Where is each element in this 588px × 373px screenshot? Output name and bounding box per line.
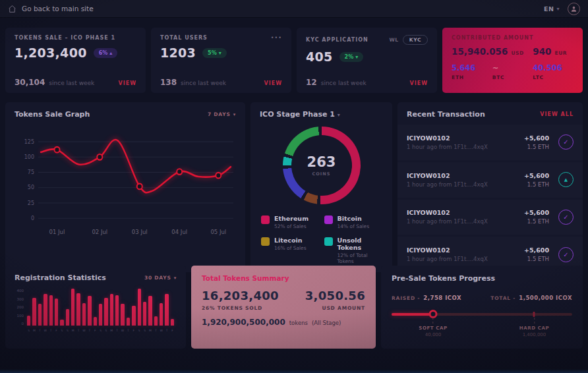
avatar[interactable]	[568, 3, 580, 15]
legend-name: Unsold Tokens	[338, 237, 382, 251]
card-contributed-amount: CONTRIBUTED AMOUNT 15,940.056 USD 940 EU…	[442, 28, 583, 93]
all-stage-tokens-value: 1,920,900,500,000	[202, 318, 285, 327]
coins-label: COINS	[312, 171, 331, 177]
footer-strip	[0, 369, 588, 373]
bar: T	[49, 289, 53, 326]
svg-text:05 Jul: 05 Jul	[210, 229, 226, 235]
range-dropdown[interactable]: 7 DAYS ▾	[208, 111, 236, 117]
range-dropdown[interactable]: 30 DAYS ▾	[144, 275, 177, 281]
back-label[interactable]: Go back to main site	[22, 5, 94, 13]
registration-statistics-panel: Registration Statistics 30 DAYS ▾ 400300…	[5, 266, 186, 349]
soft-cap-label: SOFT CAP	[419, 326, 447, 331]
transaction-row[interactable]: ICIYOW0102 1 hour ago from 1F1t....4xqX …	[397, 125, 583, 160]
stat-cards-row: TOKENS SALE – ICO PHASE 1 1,203,400 6% ▴…	[5, 28, 583, 93]
tx-eth: 1.5 ETH	[524, 181, 549, 188]
bar: W	[121, 289, 124, 326]
bar: F	[171, 289, 174, 326]
all-stage-tokens-unit: tokens	[289, 320, 308, 326]
view-button[interactable]: VIEW	[410, 80, 428, 86]
transaction-row[interactable]: ICIYOW0102 1 hour ago from 1F1t....4xqX …	[397, 200, 583, 235]
bar: T	[38, 289, 42, 326]
panel-title: Tokens Sale Graph	[15, 110, 90, 119]
eth-amount: 5.646 ETH	[452, 63, 492, 80]
tokens-sale-line-chart: 025507510012501 Jul02 Jul03 Jul04 Jul05 …	[15, 123, 236, 243]
charts-row: Tokens Sale Graph 7 DAYS ▾ 0255075100125…	[5, 102, 583, 258]
raised-label: RAISED -	[392, 295, 420, 301]
bar: W	[82, 289, 86, 326]
language-selector[interactable]: EN ▾	[544, 5, 560, 13]
card-title: CONTRIBUTED AMOUNT	[452, 35, 534, 41]
bar: W	[160, 289, 163, 326]
total-tokens-summary-panel: Total Tokens Summary 16,203,400 3,050.56…	[191, 266, 376, 349]
all-stage-tokens-note: (All Stage)	[312, 320, 341, 326]
legend-detail: 16% of Sales	[274, 245, 307, 251]
card-total-users: TOTAL USERS ••• 1203 5% ▾ 138 since last…	[151, 28, 291, 93]
tx-id: ICIYOW0102	[407, 172, 488, 179]
legend-unsold-tokens: Unsold Tokens 12% of Total Tokens	[324, 237, 382, 264]
bar: S	[66, 289, 69, 326]
tokens-sold-value: 16,203,400	[202, 289, 279, 302]
check-circle-icon: ✓	[558, 247, 573, 262]
view-button[interactable]: VIEW	[119, 80, 136, 86]
badge-percent: 6%	[99, 50, 108, 56]
transaction-row[interactable]: ICIYOW0102 1 hour ago from 1F1t....4xqX …	[397, 162, 583, 198]
panel-title: Recent Transaction	[407, 110, 485, 119]
topbar-right: EN ▾	[544, 3, 580, 15]
panel-title: Pre-Sale Tokens Progress	[392, 274, 572, 283]
legend-ethereum: Ethereum 52% of Sales	[261, 215, 319, 229]
dashboard-content: TOKENS SALE – ICO PHASE 1 1,203,400 6% ▴…	[0, 18, 588, 341]
svg-text:75: 75	[28, 169, 34, 175]
delta-value: 138	[160, 78, 177, 87]
card-title: TOKENS SALE – ICO PHASE 1	[15, 35, 115, 41]
tx-meta: 1 hour ago from 1F1t....4xqX	[407, 218, 488, 225]
check-circle-icon: ✓	[558, 134, 573, 150]
svg-text:02 Jul: 02 Jul	[92, 229, 107, 235]
arrow-down-icon: ▾	[219, 50, 221, 56]
chevron-down-icon: ▾	[556, 6, 560, 12]
home-icon	[8, 5, 16, 13]
tx-id: ICIYOW0102	[407, 246, 488, 254]
bitcoin-swatch	[324, 215, 333, 224]
bar: S	[143, 289, 146, 326]
ltc-value: 40.506	[533, 63, 573, 72]
total-value: 1,500,000 ICOX	[519, 295, 572, 301]
view-button[interactable]: VIEW	[264, 80, 282, 86]
panel-title: ICO Stage Phase 1 ▾	[260, 110, 340, 119]
usd-amount-label: USD AMOUNT	[322, 305, 365, 311]
bar: T	[115, 289, 119, 326]
tx-id: ICIYOW0102	[407, 134, 488, 142]
ico-stage-donut-chart: 263 COINS	[283, 127, 361, 204]
svg-text:01 Jul: 01 Jul	[49, 229, 65, 235]
arrow-down-icon: ▾	[355, 54, 358, 60]
bar: F	[94, 289, 97, 326]
usd-amount: 15,940.056	[452, 46, 508, 57]
svg-text:04 Jul: 04 Jul	[171, 229, 187, 235]
legend-name: Litecoin	[274, 237, 307, 244]
btc-label: BTC	[492, 74, 533, 80]
panel-title: Total Tokens Summary	[202, 274, 365, 282]
back-link[interactable]: Go back to main site	[8, 5, 94, 13]
bar: M	[110, 289, 113, 326]
ltc-amount: 40.506 LTC	[533, 63, 573, 80]
legend-bitcoin: Bitcoin 14% of Sales	[324, 215, 382, 229]
tx-eth: 1.5 ETH	[524, 256, 549, 262]
bar: S	[104, 289, 107, 326]
badge-percent: 2%	[345, 54, 354, 60]
litecoin-swatch	[261, 237, 270, 246]
delta-note: since last week	[181, 80, 226, 86]
view-all-button[interactable]: VIEW ALL	[540, 111, 573, 117]
more-menu-icon[interactable]: •••	[271, 35, 282, 41]
chevron-down-icon[interactable]: ▾	[338, 112, 340, 118]
range-label: 30 DAYS	[144, 275, 171, 281]
tab-kyc[interactable]: KYC	[403, 35, 428, 45]
tx-eth: 1.5 ETH	[524, 144, 549, 150]
bar: T	[154, 289, 158, 326]
ltc-label: LTC	[533, 74, 573, 80]
eur-amount: 940	[533, 46, 551, 57]
bar: T	[76, 289, 80, 326]
svg-text:25: 25	[28, 199, 34, 206]
slider-fill	[392, 313, 433, 316]
chevron-down-icon: ▾	[233, 112, 236, 117]
hardcap-tick	[533, 312, 535, 317]
tab-wl[interactable]: WL	[389, 37, 398, 43]
